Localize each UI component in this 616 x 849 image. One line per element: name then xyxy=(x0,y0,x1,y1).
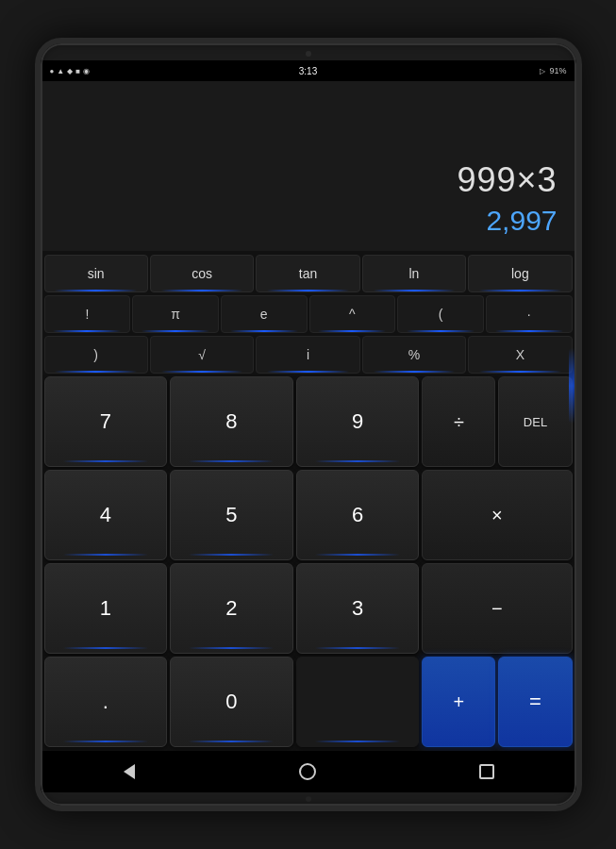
op-row-3: − xyxy=(422,563,572,654)
seven-button[interactable]: 7 xyxy=(44,376,168,467)
operator-grid: ÷ DEL × − + = xyxy=(422,376,572,747)
tablet-frame: ● ▲ ◆ ■ ◉ 3:13 ▷ 91% 999×3 2,997 sin cos… xyxy=(35,38,582,811)
power-button[interactable]: ^ xyxy=(309,295,396,333)
open-paren-button[interactable]: ( xyxy=(397,295,484,333)
dot-button[interactable]: · xyxy=(486,295,573,333)
nine-button[interactable]: 9 xyxy=(296,376,420,467)
one-button[interactable]: 1 xyxy=(44,563,168,654)
signal-icon: ● xyxy=(50,67,55,75)
equals-button[interactable]: = xyxy=(498,657,572,747)
main-pad: 7 8 9 4 5 6 1 2 3 . xyxy=(44,376,573,747)
camera xyxy=(306,51,311,57)
scientific-row: sin cos tan ln log xyxy=(44,255,573,292)
divide-button[interactable]: ÷ xyxy=(422,376,495,467)
battery-level: 91% xyxy=(549,66,566,75)
status-bar: ● ▲ ◆ ■ ◉ 3:13 ▷ 91% xyxy=(41,60,576,81)
tan-button[interactable]: tan xyxy=(256,255,359,292)
zero-button[interactable]: 0 xyxy=(170,657,293,747)
status-right: ▷ 91% xyxy=(540,66,566,75)
side-accent xyxy=(569,348,576,424)
clear-button[interactable]: X xyxy=(468,336,572,374)
op-row-1: ÷ DEL xyxy=(422,376,572,467)
wifi-icon: ▲ xyxy=(57,67,64,75)
num-row-3: 1 2 3 xyxy=(44,563,420,654)
multiply-button[interactable]: × xyxy=(422,470,572,560)
sqrt-button[interactable]: √ xyxy=(150,336,254,374)
imaginary-button[interactable]: i xyxy=(256,336,359,374)
expression: 999×3 xyxy=(457,160,557,200)
number-grid: 7 8 9 4 5 6 1 2 3 . xyxy=(44,376,420,747)
percent-button[interactable]: % xyxy=(362,336,466,374)
cos-button[interactable]: cos xyxy=(150,255,254,292)
display-area: 999×3 2,997 xyxy=(41,81,576,251)
pi-button[interactable]: π xyxy=(132,295,219,333)
five-button[interactable]: 5 xyxy=(170,470,293,560)
op-row-2: × xyxy=(422,470,572,560)
euler-button[interactable]: e xyxy=(221,295,308,333)
eight-button[interactable]: 8 xyxy=(170,376,293,467)
num-row-1: 7 8 9 xyxy=(44,376,420,467)
three-button[interactable]: 3 xyxy=(296,563,420,654)
lock-icon: ■ xyxy=(75,67,80,75)
del-button[interactable]: DEL xyxy=(498,376,572,467)
factorial-button[interactable]: ! xyxy=(44,295,131,333)
sin-button[interactable]: sin xyxy=(44,255,148,292)
home-button[interactable] xyxy=(298,762,317,781)
op-row-4: + = xyxy=(422,657,572,747)
apps-button[interactable] xyxy=(477,762,496,781)
status-icons-left: ● ▲ ◆ ■ ◉ xyxy=(50,67,91,75)
four-button[interactable]: 4 xyxy=(44,470,168,560)
two-button[interactable]: 2 xyxy=(170,563,293,654)
battery-icon: ▷ xyxy=(540,67,545,75)
close-paren-button[interactable]: ) xyxy=(44,336,148,374)
buttons-area: sin cos tan ln log ! π e ^ ( · ) √ i % xyxy=(41,251,576,751)
ln-button[interactable]: ln xyxy=(362,255,466,292)
nav-bar xyxy=(41,751,576,792)
function-row-2: ) √ i % X xyxy=(44,336,573,374)
function-row-1: ! π e ^ ( · xyxy=(44,295,573,333)
notification-icon: ◉ xyxy=(83,67,90,75)
num-row-2: 4 5 6 xyxy=(44,470,420,560)
empty-button xyxy=(296,657,420,747)
back-button[interactable] xyxy=(120,762,139,781)
decimal-button[interactable]: . xyxy=(44,657,168,747)
location-icon: ◆ xyxy=(67,67,73,75)
screen: ● ▲ ◆ ■ ◉ 3:13 ▷ 91% 999×3 2,997 sin cos… xyxy=(41,60,576,792)
plus-button[interactable]: + xyxy=(422,657,495,747)
num-row-4: . 0 xyxy=(44,657,420,747)
log-button[interactable]: log xyxy=(468,255,572,292)
result: 2,997 xyxy=(486,205,557,237)
six-button[interactable]: 6 xyxy=(296,470,420,560)
bottom-sensor xyxy=(306,796,311,802)
minus-button[interactable]: − xyxy=(422,563,572,654)
status-time: 3:13 xyxy=(299,66,317,76)
